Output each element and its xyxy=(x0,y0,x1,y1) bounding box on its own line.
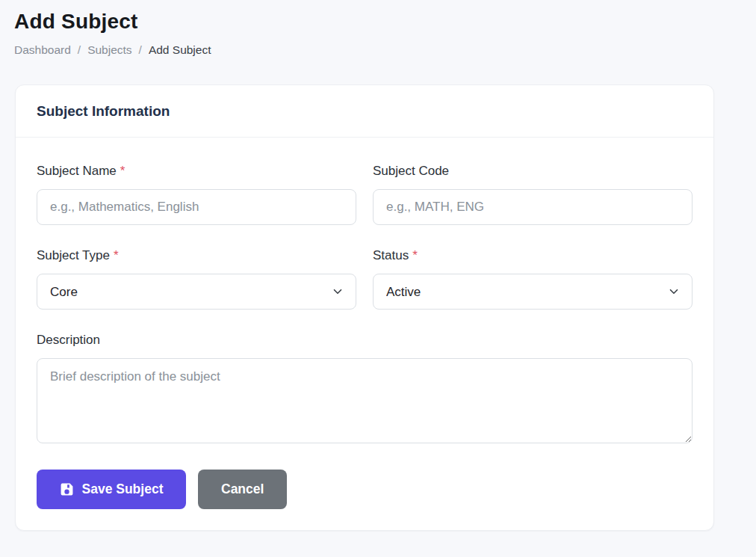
status-select[interactable]: Active xyxy=(373,274,693,310)
card-header-title: Subject Information xyxy=(37,103,693,120)
status-group: Status* Active xyxy=(373,248,693,310)
subject-code-label: Subject Code xyxy=(373,164,693,179)
breadcrumb: Dashboard / Subjects / Add Subject xyxy=(14,43,743,57)
subject-name-group: Subject Name* xyxy=(37,164,356,225)
subject-code-group: Subject Code xyxy=(373,164,693,225)
breadcrumb-link-subjects[interactable]: Subjects xyxy=(87,43,131,57)
save-subject-button[interactable]: Save Subject xyxy=(37,470,186,509)
subject-code-input[interactable] xyxy=(373,189,693,225)
floppy-disk-save-icon xyxy=(60,482,74,496)
status-label: Status* xyxy=(373,248,693,263)
subject-information-card: Subject Information Subject Name* Subjec… xyxy=(15,84,714,531)
subject-name-label: Subject Name* xyxy=(37,164,356,179)
cancel-label: Cancel xyxy=(221,481,264,497)
breadcrumb-separator: / xyxy=(78,43,81,57)
page-header: Add Subject Dashboard / Subjects / Add S… xyxy=(0,0,756,57)
form-actions: Save Subject Cancel xyxy=(37,470,693,509)
page-title: Add Subject xyxy=(14,10,743,34)
required-asterisk: * xyxy=(120,164,126,178)
subject-type-label: Subject Type* xyxy=(37,248,356,263)
save-subject-label: Save Subject xyxy=(82,481,164,497)
breadcrumb-current-page: Add Subject xyxy=(149,43,211,57)
subject-name-input[interactable] xyxy=(37,189,356,225)
required-asterisk: * xyxy=(114,248,119,262)
description-label: Description xyxy=(37,333,693,348)
card-header: Subject Information xyxy=(16,85,713,138)
description-group: Description xyxy=(37,333,693,443)
subject-type-select[interactable]: Core xyxy=(37,274,356,310)
required-asterisk: * xyxy=(412,248,418,262)
card-body: Subject Name* Subject Code Subject Type*… xyxy=(16,138,713,530)
subject-type-group: Subject Type* Core xyxy=(37,248,356,310)
breadcrumb-separator: / xyxy=(139,43,142,57)
cancel-button[interactable]: Cancel xyxy=(198,470,287,509)
breadcrumb-link-dashboard[interactable]: Dashboard xyxy=(14,43,71,57)
description-textarea[interactable] xyxy=(37,358,693,443)
